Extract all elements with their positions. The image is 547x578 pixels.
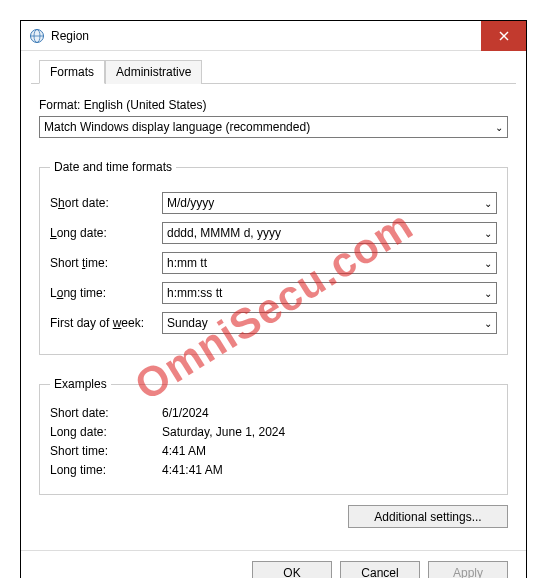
first-day-label: First day of week: [50, 316, 162, 330]
short-time-row: Short time: h:mm tt⌄ [50, 252, 497, 274]
first-day-combo[interactable]: Sunday⌄ [162, 312, 497, 334]
additional-settings-row: Additional settings... [39, 495, 508, 532]
examples-legend: Examples [50, 377, 111, 391]
short-date-combo[interactable]: M/d/yyyy⌄ [162, 192, 497, 214]
short-date-label: Short date: [50, 196, 162, 210]
short-time-combo[interactable]: h:mm tt⌄ [162, 252, 497, 274]
tab-formats[interactable]: Formats [39, 60, 105, 84]
first-day-row: First day of week: Sunday⌄ [50, 312, 497, 334]
format-combo-value: Match Windows display language (recommen… [44, 120, 310, 134]
long-date-row: Long date: dddd, MMMM d, yyyy⌄ [50, 222, 497, 244]
dialog-buttons: OK Cancel Apply [21, 550, 526, 578]
format-combo[interactable]: Match Windows display language (recommen… [39, 116, 508, 138]
long-date-label: Long date: [50, 226, 162, 240]
short-date-row: Short date: M/d/yyyy⌄ [50, 192, 497, 214]
globe-icon [29, 28, 45, 44]
date-time-formats-legend: Date and time formats [50, 160, 176, 174]
long-time-row: Long time: h:mm:ss tt⌄ [50, 282, 497, 304]
ok-button[interactable]: OK [252, 561, 332, 578]
window-title: Region [51, 29, 481, 43]
tab-administrative[interactable]: Administrative [105, 60, 202, 84]
apply-button[interactable]: Apply [428, 561, 508, 578]
date-time-formats-group: Date and time formats Short date: M/d/yy… [39, 160, 508, 355]
tab-content: Format: English (United States) Match Wi… [21, 84, 526, 542]
example-long-date: Long date:Saturday, June 1, 2024 [50, 425, 497, 439]
example-short-time: Short time:4:41 AM [50, 444, 497, 458]
chevron-down-icon: ⌄ [484, 228, 492, 239]
chevron-down-icon: ⌄ [484, 258, 492, 269]
tabstrip: Formats Administrative [31, 51, 516, 84]
chevron-down-icon: ⌄ [484, 288, 492, 299]
region-dialog: Region Formats Administrative Format: En… [20, 20, 527, 578]
chevron-down-icon: ⌄ [484, 318, 492, 329]
titlebar: Region [21, 21, 526, 51]
close-button[interactable] [481, 21, 526, 51]
additional-settings-button[interactable]: Additional settings... [348, 505, 508, 528]
long-date-combo[interactable]: dddd, MMMM d, yyyy⌄ [162, 222, 497, 244]
examples-group: Examples Short date:6/1/2024 Long date:S… [39, 377, 508, 495]
long-time-label: Long time: [50, 286, 162, 300]
chevron-down-icon: ⌄ [484, 198, 492, 209]
example-long-time: Long time:4:41:41 AM [50, 463, 497, 477]
chevron-down-icon: ⌄ [495, 122, 503, 133]
long-time-combo[interactable]: h:mm:ss tt⌄ [162, 282, 497, 304]
cancel-button[interactable]: Cancel [340, 561, 420, 578]
example-short-date: Short date:6/1/2024 [50, 406, 497, 420]
short-time-label: Short time: [50, 256, 162, 270]
format-label: Format: English (United States) [39, 98, 508, 112]
